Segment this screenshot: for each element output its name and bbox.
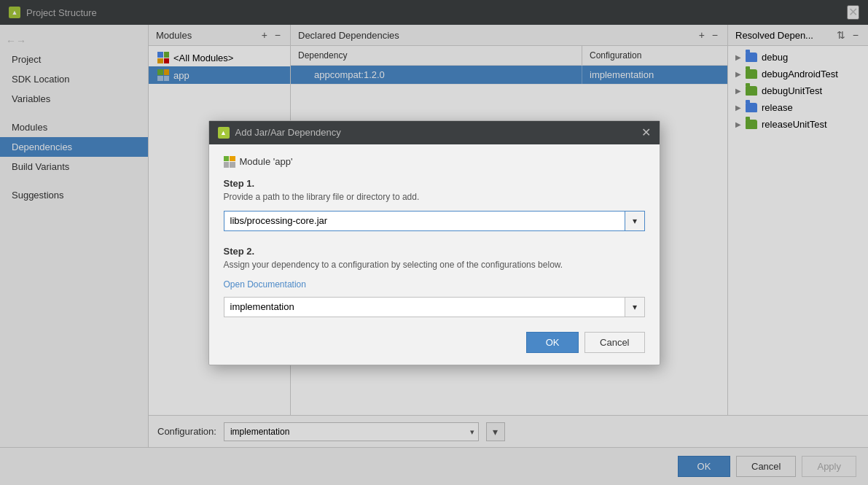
dialog-ok-button[interactable]: OK: [526, 332, 579, 353]
dialog-input-row: ▾: [224, 211, 645, 231]
dialog-module-label: Module 'app': [224, 156, 645, 168]
dialog-step1-title: Step 1.: [224, 178, 645, 189]
dialog-cancel-button[interactable]: Cancel: [584, 332, 644, 353]
dialog-buttons: OK Cancel: [224, 332, 645, 353]
open-documentation-link[interactable]: Open Documentation: [224, 279, 306, 290]
dialog-title: Add Jar/Aar Dependency: [235, 127, 341, 138]
dialog-step2-title: Step 2.: [224, 246, 645, 257]
dialog-android-icon: ▲: [218, 127, 230, 139]
dialog-close-button[interactable]: ✕: [641, 127, 651, 139]
dialog-select-row: implementation api compileOnly runtimeOn…: [224, 297, 645, 317]
jar-path-dropdown-button[interactable]: ▾: [625, 211, 645, 231]
jar-path-input[interactable]: [224, 211, 625, 231]
add-jar-aar-dialog: ▲ Add Jar/Aar Dependency ✕ Module 'app' …: [208, 120, 660, 365]
dialog-title-bar: ▲ Add Jar/Aar Dependency ✕: [209, 121, 660, 144]
module-icon: [224, 156, 235, 168]
configuration-dropdown-button[interactable]: ▾: [625, 297, 645, 317]
dialog-overlay: ▲ Add Jar/Aar Dependency ✕ Module 'app' …: [0, 0, 868, 485]
configuration-select[interactable]: implementation api compileOnly runtimeOn…: [224, 297, 625, 317]
dialog-step2-desc: Assign your dependency to a configuratio…: [224, 260, 645, 270]
dialog-step1-desc: Provide a path to the library file or di…: [224, 192, 645, 202]
dialog-body: Module 'app' Step 1. Provide a path to t…: [209, 144, 660, 365]
